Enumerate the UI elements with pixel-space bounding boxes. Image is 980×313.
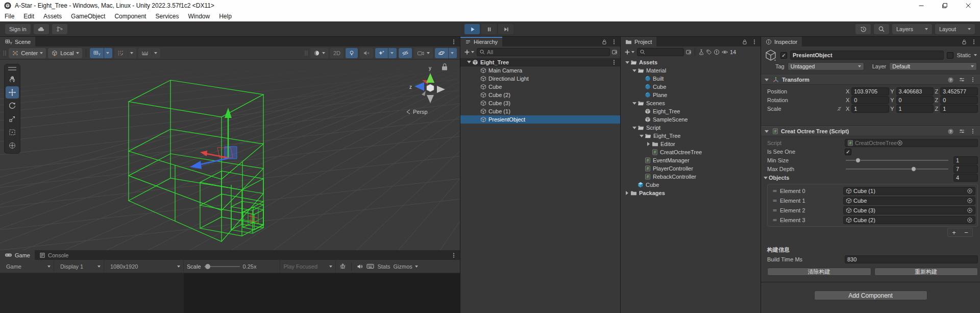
rotation-x-field[interactable]: 0 <box>851 96 889 104</box>
search-by-type-icon[interactable] <box>685 49 692 55</box>
drag-handle-icon[interactable] <box>770 198 780 204</box>
maximize-button[interactable] <box>933 0 957 11</box>
project-item-script[interactable]: Script <box>621 124 761 132</box>
project-item-packages[interactable]: Packages <box>621 189 761 197</box>
orientation-button[interactable]: Local <box>48 48 82 58</box>
toolbar-grip[interactable]: || <box>305 50 308 56</box>
toolbar-grip[interactable]: || <box>3 50 7 56</box>
scale-x-field[interactable]: 1 <box>851 105 889 113</box>
project-item-plane[interactable]: Plane <box>621 91 761 99</box>
hierarchy-item-main-camera[interactable]: Main Camera <box>460 66 620 75</box>
foldout-arrow[interactable] <box>645 140 652 148</box>
hierarchy-item-cube-2[interactable]: Cube (2) <box>460 91 620 99</box>
panel-menu-icon[interactable] <box>451 252 457 258</box>
help-icon[interactable]: ? <box>947 128 954 135</box>
minimize-button[interactable] <box>910 0 933 11</box>
project-item-playercontroller[interactable]: #PlayerController <box>621 164 761 173</box>
foldout-arrow[interactable] <box>638 132 645 140</box>
panel-menu-icon[interactable] <box>451 39 457 45</box>
layers-dropdown[interactable]: Layers <box>892 24 932 34</box>
resolution-dropdown[interactable]: 1080x1920 <box>107 260 184 273</box>
lock-icon[interactable] <box>961 39 967 45</box>
foldout-arrow[interactable] <box>465 58 472 66</box>
build-time-field[interactable]: 830 <box>845 255 978 263</box>
sign-in-button[interactable]: Sign in <box>5 24 31 34</box>
create-add-button[interactable] <box>463 48 475 56</box>
panel-menu-icon[interactable] <box>751 39 757 45</box>
packages-filter-icon[interactable] <box>698 49 704 55</box>
tab-project[interactable]: Project <box>621 37 656 46</box>
add-component-button[interactable]: Add Component <box>814 291 927 300</box>
menu-window[interactable]: Window <box>183 11 214 21</box>
object-picker-icon[interactable] <box>967 207 973 213</box>
move-tool-button[interactable] <box>6 86 19 99</box>
foldout-arrow[interactable] <box>631 66 638 75</box>
component-menu-icon[interactable] <box>970 128 976 134</box>
pause-button[interactable] <box>481 24 497 34</box>
rect-tool-button[interactable] <box>6 126 19 138</box>
search-by-type-icon[interactable] <box>611 49 618 55</box>
project-item-cube[interactable]: Cube <box>621 83 761 91</box>
scene-menu-icon[interactable] <box>611 59 620 65</box>
debug-bug-icon[interactable] <box>339 263 347 270</box>
project-item-scenes[interactable]: Scenes <box>621 99 761 107</box>
game-view-mode-dropdown[interactable]: Game <box>3 260 54 273</box>
2d-toggle-button[interactable]: 2D <box>330 48 344 58</box>
tab-scene[interactable]: Y Scene <box>0 37 35 46</box>
panel-menu-icon[interactable] <box>611 39 617 45</box>
scene-viewport[interactable]: y z Persp <box>0 60 460 250</box>
transform-tool-button[interactable] <box>6 139 19 152</box>
create-add-button[interactable] <box>623 48 635 56</box>
project-item-eight-tree[interactable]: Eight_Tree <box>621 132 761 140</box>
component-menu-icon[interactable] <box>970 77 976 83</box>
foldout-arrow[interactable] <box>763 76 770 84</box>
tab-game[interactable]: Game <box>0 250 35 260</box>
menu-help[interactable]: Help <box>214 11 236 21</box>
hierarchy-item-presientobject[interactable]: PresientObject <box>460 115 620 124</box>
scale-z-field[interactable]: 1 <box>940 105 978 113</box>
objects-size-field[interactable]: 4 <box>953 174 978 182</box>
project-search-input[interactable] <box>637 48 684 56</box>
menu-gameobject[interactable]: GameObject <box>66 11 110 21</box>
menu-file[interactable]: File <box>0 11 19 21</box>
pivot-mode-button[interactable]: Center <box>9 48 46 58</box>
object-picker-icon[interactable] <box>967 217 973 223</box>
hand-tool-button[interactable] <box>6 73 19 85</box>
element-3-object-field[interactable]: Cube (2) <box>843 216 975 224</box>
project-item-rebackcontroller[interactable]: #RebackController <box>621 173 761 181</box>
project-item-samplescene[interactable]: SampleScene <box>621 115 761 124</box>
menu-component[interactable]: Component <box>110 11 151 21</box>
gizmo-settings-button[interactable] <box>435 48 457 58</box>
link-broken-icon[interactable] <box>836 106 843 112</box>
gizmos-dropdown[interactable]: Gizmos <box>394 263 418 270</box>
grid-snap-button[interactable] <box>114 48 136 58</box>
object-name-field[interactable]: PresientObject <box>790 51 944 60</box>
project-item-built[interactable]: Built <box>621 75 761 83</box>
audio-toggle-icon[interactable] <box>356 263 363 270</box>
menu-assets[interactable]: Assets <box>39 11 66 21</box>
rotation-z-field[interactable]: 0 <box>940 96 978 104</box>
project-item-eventmanager[interactable]: #EventManager <box>621 156 761 164</box>
rebuild-button[interactable]: 重新构建 <box>874 268 978 276</box>
camera-settings-button[interactable] <box>414 48 433 58</box>
element-2-object-field[interactable]: Cube (3) <box>843 206 975 214</box>
foldout-arrow[interactable] <box>624 58 630 66</box>
clear-build-button[interactable]: 清除构建 <box>767 268 871 276</box>
project-item-cube[interactable]: Cube <box>621 181 761 189</box>
hierarchy-item-cube-3[interactable]: Cube (3) <box>460 99 620 107</box>
drag-handle-icon[interactable] <box>770 217 780 223</box>
hidden-objects-button[interactable] <box>399 48 412 58</box>
position-y-field[interactable]: 3.406683 <box>896 87 934 95</box>
undo-history-button[interactable] <box>855 24 871 34</box>
tag-dropdown[interactable]: Untagged <box>788 62 864 70</box>
game-viewport[interactable] <box>0 273 460 313</box>
position-z-field[interactable]: 3.452577 <box>940 87 978 95</box>
tab-inspector[interactable]: Inspector <box>761 37 802 46</box>
position-x-field[interactable]: 103.9705 <box>851 87 889 95</box>
import-warning-icon[interactable] <box>714 49 720 55</box>
foldout-arrow[interactable] <box>631 99 638 107</box>
play-focused-dropdown[interactable]: Play Focused <box>280 260 336 273</box>
lock-icon[interactable] <box>601 39 607 45</box>
hierarchy-item-cube[interactable]: Cube <box>460 83 620 91</box>
min-size-field[interactable]: 1 <box>953 156 978 164</box>
